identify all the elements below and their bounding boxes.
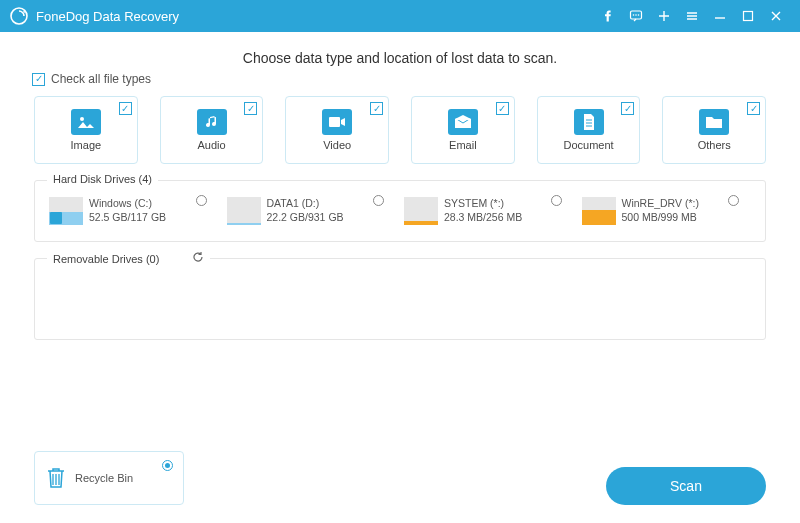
svg-point-6 <box>80 117 84 121</box>
drive-size: 500 MB/999 MB <box>622 211 699 223</box>
image-icon <box>71 109 101 135</box>
facebook-icon[interactable] <box>594 0 622 32</box>
type-card-audio[interactable]: Audio <box>160 96 264 164</box>
drive-item[interactable]: DATA1 (D:) 22.2 GB/931 GB <box>227 195 397 227</box>
menu-icon[interactable] <box>678 0 706 32</box>
type-label: Video <box>323 139 351 151</box>
recycle-radio[interactable] <box>162 460 173 471</box>
type-card-image[interactable]: Image <box>34 96 138 164</box>
hdd-legend: Hard Disk Drives (4) <box>47 173 158 185</box>
type-checkbox[interactable] <box>747 102 760 115</box>
type-checkbox[interactable] <box>621 102 634 115</box>
drive-icon <box>49 197 83 225</box>
drive-name: SYSTEM (*:) <box>444 197 522 209</box>
close-icon[interactable] <box>762 0 790 32</box>
app-title: FoneDog Data Recovery <box>36 9 179 24</box>
email-icon <box>448 109 478 135</box>
app-logo-icon <box>10 7 28 25</box>
recycle-bin-card[interactable]: Recycle Bin <box>34 451 184 505</box>
type-card-email[interactable]: Email <box>411 96 515 164</box>
removable-section: Removable Drives (0) <box>34 258 766 340</box>
type-label: Image <box>71 139 102 151</box>
minimize-icon[interactable] <box>706 0 734 32</box>
drive-radio[interactable] <box>728 195 739 206</box>
svg-rect-5 <box>744 12 753 21</box>
document-icon <box>574 109 604 135</box>
scan-button[interactable]: Scan <box>606 467 766 505</box>
plus-icon[interactable] <box>650 0 678 32</box>
page-heading: Choose data type and location of lost da… <box>34 50 766 66</box>
windows-badge-icon <box>50 212 62 224</box>
type-label: Document <box>563 139 613 151</box>
type-card-document[interactable]: Document <box>537 96 641 164</box>
refresh-icon[interactable] <box>192 253 204 265</box>
type-label: Others <box>698 139 731 151</box>
video-icon <box>322 109 352 135</box>
drive-name: DATA1 (D:) <box>267 197 344 209</box>
drive-item[interactable]: SYSTEM (*:) 28.3 MB/256 MB <box>404 195 574 227</box>
removable-legend: Removable Drives (0) <box>47 251 210 265</box>
removable-legend-text: Removable Drives (0) <box>53 253 159 265</box>
folder-icon <box>699 109 729 135</box>
check-all-label: Check all file types <box>51 72 151 86</box>
feedback-icon[interactable] <box>622 0 650 32</box>
drive-item[interactable]: WinRE_DRV (*:) 500 MB/999 MB <box>582 195 752 227</box>
type-card-others[interactable]: Others <box>662 96 766 164</box>
trash-icon <box>45 466 67 490</box>
type-checkbox[interactable] <box>496 102 509 115</box>
type-checkbox[interactable] <box>244 102 257 115</box>
check-all-row[interactable]: Check all file types <box>32 72 766 86</box>
drive-icon <box>404 197 438 225</box>
type-label: Audio <box>197 139 225 151</box>
drive-name: WinRE_DRV (*:) <box>622 197 699 209</box>
drive-radio[interactable] <box>373 195 384 206</box>
svg-rect-7 <box>329 117 340 127</box>
hdd-drives-row: Windows (C:) 52.5 GB/117 GB DATA1 (D:) 2… <box>49 195 751 227</box>
drive-size: 28.3 MB/256 MB <box>444 211 522 223</box>
drive-size: 52.5 GB/117 GB <box>89 211 166 223</box>
svg-point-3 <box>635 14 637 16</box>
svg-point-2 <box>633 14 635 16</box>
type-card-video[interactable]: Video <box>285 96 389 164</box>
svg-point-4 <box>638 14 640 16</box>
hdd-section: Hard Disk Drives (4) Windows (C:) 52.5 G… <box>34 180 766 242</box>
type-checkbox[interactable] <box>119 102 132 115</box>
title-bar: FoneDog Data Recovery <box>0 0 800 32</box>
drive-name: Windows (C:) <box>89 197 166 209</box>
type-label: Email <box>449 139 477 151</box>
drive-radio[interactable] <box>196 195 207 206</box>
drive-radio[interactable] <box>551 195 562 206</box>
file-types-row: Image Audio Video Email <box>34 96 766 164</box>
audio-icon <box>197 109 227 135</box>
maximize-icon[interactable] <box>734 0 762 32</box>
check-all-checkbox[interactable] <box>32 73 45 86</box>
drive-item[interactable]: Windows (C:) 52.5 GB/117 GB <box>49 195 219 227</box>
drive-size: 22.2 GB/931 GB <box>267 211 344 223</box>
drive-icon <box>227 197 261 225</box>
recycle-label: Recycle Bin <box>75 472 133 484</box>
type-checkbox[interactable] <box>370 102 383 115</box>
drive-icon <box>582 197 616 225</box>
